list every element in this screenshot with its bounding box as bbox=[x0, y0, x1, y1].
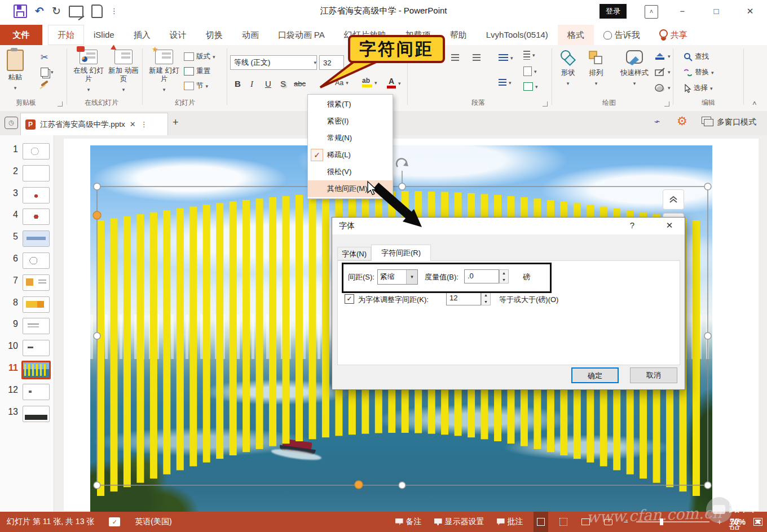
file-tab[interactable]: 文件 bbox=[0, 25, 42, 45]
paste-button[interactable]: 粘贴▾ bbox=[7, 50, 24, 92]
zoom-in-button[interactable]: + bbox=[717, 517, 722, 526]
arrange-button[interactable]: 排列▾ bbox=[588, 50, 605, 88]
spacing-menu-item[interactable]: 很紧(T) bbox=[308, 96, 393, 113]
new-slide-button[interactable]: 新建 幻灯片▾ bbox=[148, 50, 180, 94]
slide-thumbnail[interactable]: 13 bbox=[0, 404, 54, 423]
ribbon-tab[interactable]: 开始 bbox=[48, 25, 84, 45]
spacing-menu-item[interactable]: 很松(V) bbox=[308, 163, 393, 180]
underline-button[interactable]: U bbox=[263, 77, 274, 91]
clipboard-dialog-launcher[interactable] bbox=[58, 101, 63, 107]
history-icon[interactable]: ◷ bbox=[5, 117, 18, 129]
close-tab-icon[interactable]: ✕ bbox=[130, 120, 136, 128]
ribbon-tab[interactable]: 格式 bbox=[558, 25, 594, 45]
shape-outline-button[interactable]: ▾ bbox=[654, 68, 671, 77]
bold-button[interactable]: B bbox=[232, 77, 243, 91]
format-painter-button[interactable] bbox=[41, 82, 49, 85]
slide-thumbnail[interactable]: 6 bbox=[0, 250, 54, 269]
slide-thumbnail[interactable]: 8 bbox=[0, 294, 54, 313]
paragraph-dialog-launcher[interactable] bbox=[543, 101, 548, 107]
layout-button[interactable]: 版式▾ bbox=[184, 52, 215, 61]
tab-menu-icon[interactable]: ⋮ bbox=[140, 120, 148, 128]
spacing-menu-item[interactable]: ✓ 稀疏(L) bbox=[308, 147, 393, 163]
language-status[interactable]: 英语(美国) bbox=[135, 517, 171, 527]
dialog-tab-font[interactable]: 字体(N) bbox=[337, 247, 371, 260]
slide-thumbnail[interactable]: 1 bbox=[0, 141, 54, 160]
columns-button[interactable]: ▾ bbox=[499, 79, 512, 86]
increase-indent-button[interactable] bbox=[473, 54, 481, 61]
ribbon-tab[interactable]: 切换 bbox=[196, 25, 232, 45]
decrease-indent-button[interactable] bbox=[451, 54, 459, 61]
new-tab-button[interactable]: + bbox=[173, 117, 179, 128]
online-slides-button[interactable]: 在线 幻灯片▾ bbox=[72, 50, 105, 94]
kerning-input[interactable]: 12 bbox=[446, 291, 481, 305]
slide-thumbnail[interactable]: 10 bbox=[0, 338, 54, 357]
normal-view-button[interactable] bbox=[534, 512, 548, 532]
section-button[interactable]: 节▾ bbox=[184, 81, 208, 91]
font-name-combo[interactable]: 等线 (正文)▾ bbox=[230, 55, 317, 70]
proofing-icon[interactable]: ✓ bbox=[109, 517, 120, 526]
zoom-slider[interactable] bbox=[636, 521, 709, 522]
minimize-button[interactable]: − bbox=[671, 3, 694, 19]
ribbon-tab[interactable]: 共享 bbox=[650, 25, 697, 45]
spacing-menu-item[interactable]: 紧密(I) bbox=[308, 113, 393, 130]
quick-styles-button[interactable]: 快速样式▾ bbox=[616, 50, 653, 88]
dialog-help-icon[interactable]: ? bbox=[624, 220, 641, 230]
panel-collapse-button[interactable] bbox=[663, 189, 684, 210]
slide-thumbnail[interactable]: 5 bbox=[0, 228, 54, 247]
select-button[interactable]: 选择▾ bbox=[684, 83, 713, 93]
kerning-checkbox[interactable]: ✓ bbox=[345, 294, 354, 304]
ribbon-display-options-icon[interactable]: ˄ bbox=[645, 5, 658, 19]
ribbon-tab[interactable]: 插入 bbox=[124, 25, 160, 45]
ribbon-tab[interactable]: 设计 bbox=[160, 25, 196, 45]
slideshow-view-button[interactable] bbox=[601, 512, 616, 532]
line-spacing-button[interactable]: ▾ bbox=[499, 54, 513, 61]
shapes-button[interactable]: 形状▾ bbox=[558, 50, 578, 88]
slide-thumbnail[interactable]: 2 bbox=[0, 163, 54, 182]
dialog-close-icon[interactable]: ✕ bbox=[659, 220, 680, 230]
shape-fill-button[interactable]: ▾ bbox=[654, 52, 671, 61]
slide-thumbnail[interactable]: 7 bbox=[0, 272, 54, 291]
spinner-down-icon[interactable]: ▼ bbox=[484, 300, 488, 304]
reading-view-button[interactable] bbox=[579, 512, 593, 532]
text-direction-button[interactable]: ▾ bbox=[523, 51, 535, 60]
slide-thumbnail[interactable]: 12 bbox=[0, 382, 54, 401]
replace-button[interactable]: 替换▾ bbox=[684, 68, 714, 77]
ribbon-tab[interactable]: LvyhTools(0514) bbox=[477, 25, 558, 45]
close-button[interactable]: ✕ bbox=[739, 3, 761, 19]
spacing-menu-item[interactable]: 常规(N) bbox=[308, 130, 393, 147]
multi-window-mode-button[interactable]: 多窗口模式 bbox=[704, 117, 756, 127]
kerning-spinner[interactable]: ▲ ▼ bbox=[481, 291, 491, 305]
ok-button[interactable]: 确定 bbox=[571, 367, 619, 383]
zoom-out-button[interactable]: − bbox=[624, 517, 628, 526]
wand-icon[interactable]: ⌁ bbox=[653, 115, 661, 128]
slide-thumbnail[interactable]: 11 bbox=[0, 360, 54, 379]
reset-button[interactable]: 重置 bbox=[184, 66, 210, 76]
spacing-menu-item[interactable]: 其他间距(M)... bbox=[308, 180, 393, 197]
spinner-up-icon[interactable]: ▲ bbox=[484, 293, 488, 297]
new-animation-page-button[interactable]: 新加 动画页▾ bbox=[107, 50, 140, 94]
ribbon-tab[interactable]: 动画 bbox=[232, 25, 268, 45]
display-settings-button[interactable]: 显示器设置 bbox=[432, 512, 487, 532]
zoom-level[interactable]: 70% bbox=[730, 517, 746, 526]
maximize-button[interactable]: □ bbox=[705, 3, 728, 19]
align-text-button[interactable]: ▾ bbox=[523, 66, 537, 76]
ribbon-tab[interactable]: 告诉我 bbox=[594, 25, 650, 45]
cut-button[interactable]: ✂ bbox=[41, 52, 48, 63]
slide-sorter-view-button[interactable] bbox=[556, 512, 571, 532]
slide-thumbnail[interactable]: 4 bbox=[0, 206, 54, 225]
slide-thumbnail[interactable]: 3 bbox=[0, 185, 54, 204]
drawing-dialog-launcher[interactable] bbox=[664, 101, 669, 107]
slide-thumbnail[interactable]: 9 bbox=[0, 316, 54, 335]
italic-button[interactable]: I bbox=[248, 77, 255, 91]
text-shadow-button[interactable]: S bbox=[278, 77, 288, 91]
shape-effects-button[interactable]: ▾ bbox=[654, 83, 671, 92]
document-tab[interactable]: P 江苏省海安高级中学.pptx ✕ ⋮ bbox=[20, 113, 168, 135]
notes-button[interactable]: 备注 bbox=[393, 512, 424, 532]
find-button[interactable]: 查找 bbox=[684, 52, 709, 61]
fit-to-window-icon[interactable] bbox=[753, 518, 762, 526]
smartart-button[interactable]: ▾ bbox=[523, 82, 538, 91]
cancel-button[interactable]: 取消 bbox=[630, 367, 677, 383]
zoom-slider-thumb[interactable] bbox=[660, 518, 663, 525]
ribbon-tab[interactable]: iSlide bbox=[84, 25, 124, 45]
login-button[interactable]: 登录 bbox=[600, 4, 627, 19]
